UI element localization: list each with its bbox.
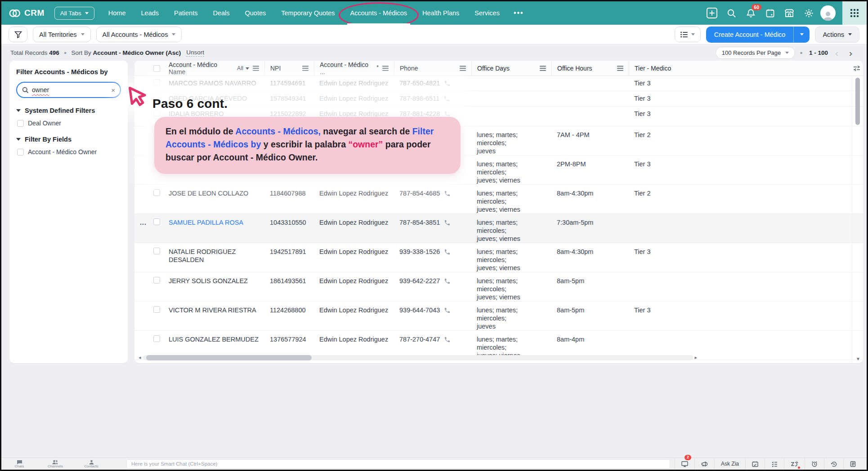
activities-button[interactable] (745, 458, 765, 470)
column-menu-icon[interactable] (253, 66, 259, 71)
settings-button[interactable] (801, 5, 816, 21)
nav-item[interactable]: Health Plans (415, 1, 467, 25)
nav-item[interactable]: Deals (205, 1, 237, 25)
quick-create-button[interactable] (704, 5, 720, 21)
calendar-button[interactable] (762, 5, 778, 21)
hscroll-track[interactable] (143, 355, 694, 360)
chats-button[interactable]: Chats (1, 460, 37, 468)
channels-button[interactable]: Channels (37, 460, 73, 468)
notifications-button[interactable]: 60 (743, 5, 758, 21)
row-menu-icon[interactable]: ... (134, 218, 150, 227)
filter-search-input[interactable]: owner × (16, 82, 121, 98)
customize-columns-button[interactable] (852, 61, 862, 76)
row-checkbox[interactable] (150, 218, 163, 225)
nav-item[interactable]: Quotes (237, 1, 274, 25)
unsort-link[interactable]: Unsort (186, 49, 204, 57)
header-office-hours[interactable]: Office Hours (551, 61, 629, 76)
column-menu-icon[interactable] (540, 66, 546, 71)
prev-page-button[interactable]: ‹ (830, 48, 844, 58)
header-phone[interactable]: Phone (394, 61, 471, 76)
nav-item[interactable]: Home (101, 1, 134, 25)
table-row[interactable]: ... SAMUEL PADILLA ROSA 1043310550 Edwin… (134, 214, 863, 243)
row-name-link[interactable]: SAMUEL PADILLA ROSA (163, 218, 264, 227)
phone-icon[interactable] (444, 219, 451, 226)
phone-icon[interactable] (444, 80, 451, 87)
column-menu-icon[interactable] (460, 66, 466, 71)
notes-button[interactable] (843, 458, 862, 470)
row-checkbox[interactable] (150, 189, 163, 196)
nav-item[interactable]: Accounts - Médicos (343, 1, 415, 25)
header-npi[interactable]: NPI (264, 61, 314, 76)
header-tier[interactable]: Tier - Medico (629, 61, 851, 76)
filter-option-account-medico-owner[interactable]: Account - Médico Owner (17, 148, 121, 156)
field-filters-section-header[interactable]: Filter By Fields (16, 136, 121, 143)
phone-icon[interactable] (444, 190, 451, 197)
phone-icon[interactable] (444, 249, 451, 255)
scroll-left-icon[interactable]: ◂ (137, 355, 143, 360)
search-button[interactable] (724, 5, 739, 21)
clear-search-icon[interactable]: × (111, 86, 115, 94)
tasks-button[interactable] (765, 458, 784, 470)
column-menu-icon[interactable] (382, 66, 389, 71)
row-checkbox[interactable] (150, 248, 163, 254)
column-menu-icon[interactable] (302, 66, 309, 71)
phone-icon[interactable] (444, 111, 451, 117)
zia-button[interactable] (784, 458, 805, 470)
actions-dropdown[interactable]: Actions (815, 27, 859, 43)
reminders-button[interactable] (805, 458, 824, 470)
nav-item[interactable]: Services (467, 1, 507, 25)
horizontal-scrollbar[interactable]: ◂ ▸ (137, 355, 698, 360)
nav-item[interactable]: Leads (134, 1, 167, 25)
smart-chat-input[interactable] (126, 459, 670, 469)
header-owner[interactable]: Account - Médico ... * (314, 61, 394, 76)
filter-option-deal-owner[interactable]: Deal Owner (17, 120, 121, 127)
row-checkbox[interactable] (150, 79, 163, 86)
more-tabs-button[interactable]: ••• (507, 9, 530, 17)
row-name-link[interactable]: MARCOS RAMOS NAVARRO (163, 79, 264, 87)
nav-item[interactable]: Temporary Quotes (273, 1, 342, 25)
phone-icon[interactable] (443, 95, 450, 102)
table-row[interactable]: OBED GARCIA ACEVEDO 1578549341 Edwin Lop… (134, 91, 863, 107)
territory-dropdown[interactable]: All Territories (33, 27, 91, 42)
select-all-checkbox[interactable] (150, 61, 163, 76)
column-menu-icon[interactable] (617, 66, 623, 71)
row-name-link[interactable]: JOSE DE LEON COLLAZO (163, 189, 264, 197)
contacts-button[interactable]: Contacts (73, 460, 109, 468)
records-per-page-dropdown[interactable]: 100 Records Per Page (716, 47, 796, 59)
row-checkbox[interactable] (150, 335, 163, 342)
phone-icon[interactable] (444, 307, 451, 314)
list-view-dropdown[interactable]: All Accounts - Médicos (96, 27, 182, 42)
ask-zia-button[interactable]: Ask Zia (714, 458, 745, 470)
system-filters-section-header[interactable]: System Defined Filters (16, 107, 121, 114)
scroll-right-icon[interactable]: ▸ (694, 355, 699, 360)
header-name[interactable]: Account - Médico Name All (163, 61, 264, 76)
next-page-button[interactable]: › (844, 48, 858, 58)
hscroll-thumb[interactable] (146, 355, 312, 360)
table-row[interactable]: JERRY SOLIS GONZALEZ 1861493561 Edwin Lo… (134, 272, 863, 302)
filter-button[interactable] (9, 27, 27, 42)
name-filter-dropdown[interactable]: All (237, 65, 249, 71)
smart-chat-windows-button[interactable]: 2 (675, 458, 694, 470)
vscroll-thumb[interactable] (855, 78, 860, 125)
header-office-days[interactable]: Office Days (471, 61, 551, 76)
announcements-button[interactable] (694, 458, 714, 470)
row-name-link[interactable]: LUIS GONZALEZ BERMUDEZ (163, 335, 264, 343)
table-row[interactable]: CARLOS M OTERO RIVERA 1740238609 Edwin L… (134, 360, 863, 363)
phone-icon[interactable] (444, 336, 451, 343)
row-name-link[interactable]: NATALIE RODRIGUEZ DESALDEN (163, 248, 264, 264)
row-checkbox[interactable] (150, 306, 163, 313)
row-name-link[interactable]: VICTOR M RIVERA RIESTRA (163, 306, 264, 314)
recent-items-button[interactable] (824, 458, 843, 470)
create-account-button[interactable]: Create Account - Médico (706, 27, 794, 43)
phone-icon[interactable] (444, 278, 451, 284)
checkbox[interactable] (17, 120, 24, 127)
nav-item[interactable]: Patients (166, 1, 205, 25)
scroll-down-icon[interactable]: ▼ (856, 356, 860, 361)
create-account-menu-button[interactable] (793, 27, 810, 43)
table-row[interactable]: VICTOR M RIVERA RIESTRA 1124268800 Edwin… (134, 302, 863, 331)
crm-logo[interactable]: CRM (9, 7, 45, 19)
display-style-dropdown[interactable] (675, 27, 701, 42)
table-row[interactable]: NATALIE RODRIGUEZ DESALDEN 1942517891 Ed… (134, 243, 863, 272)
marketplace-button[interactable] (782, 5, 797, 21)
table-row[interactable]: MARCOS RAMOS NAVARRO 1174594691 Edwin Lo… (134, 76, 863, 91)
